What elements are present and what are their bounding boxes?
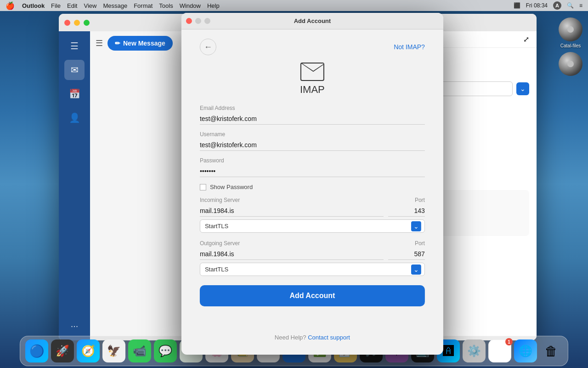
show-password-label: Show Password: [210, 184, 253, 190]
outgoing-select-wrapper: StartTLS SSL None: [200, 263, 425, 276]
modal-overlay: Add Account ← Not IMAP?: [0, 0, 588, 368]
outgoing-port-value[interactable]: 587: [388, 248, 425, 260]
incoming-server-input[interactable]: [200, 205, 384, 217]
desktop: 🍎 Outlook File Edit View Message Format …: [0, 0, 588, 368]
modal-top-row: ← Not IMAP?: [200, 39, 425, 55]
outgoing-server-row: Outgoing Server Port 587: [200, 240, 425, 260]
password-input[interactable]: [200, 166, 425, 177]
show-password-row: Show Password: [200, 184, 425, 190]
email-label: Email Address: [200, 105, 425, 111]
modal-minimize-button[interactable]: [195, 18, 201, 24]
back-button[interactable]: ←: [200, 39, 216, 55]
help-row: Need Help? Contact support: [200, 334, 425, 341]
outgoing-select[interactable]: StartTLS SSL None: [200, 263, 425, 276]
modal-traffic-lights: [186, 18, 210, 24]
imap-label: IMAP: [300, 84, 325, 96]
outgoing-server-field: Outgoing Server: [200, 240, 384, 260]
incoming-server-field: Incoming Server: [200, 197, 384, 217]
not-imap-link[interactable]: Not IMAP?: [394, 43, 425, 51]
incoming-select[interactable]: StartTLS SSL None: [200, 219, 425, 233]
email-input[interactable]: [200, 113, 425, 125]
incoming-port-label: Port: [388, 197, 425, 203]
username-input[interactable]: [200, 139, 425, 151]
contact-support-link[interactable]: Contact support: [308, 334, 350, 341]
outgoing-server-input[interactable]: [200, 248, 384, 260]
modal-body: ← Not IMAP?: [181, 29, 443, 355]
password-label: Password: [200, 157, 425, 164]
outgoing-port-label: Port: [388, 240, 425, 247]
incoming-server-row: Incoming Server Port 143: [200, 197, 425, 217]
incoming-select-wrapper: StartTLS SSL None: [200, 219, 425, 233]
show-password-checkbox[interactable]: [200, 184, 206, 190]
add-account-button[interactable]: Add Account: [200, 285, 425, 306]
add-account-modal: Add Account ← Not IMAP?: [181, 13, 443, 355]
incoming-port-value[interactable]: 143: [388, 205, 425, 217]
outgoing-server-label: Outgoing Server: [200, 240, 384, 247]
imap-header: IMAP: [200, 63, 425, 96]
password-field-group: Password: [200, 157, 425, 177]
modal-maximize-button[interactable]: [204, 18, 210, 24]
outgoing-port-field: Port 587: [388, 240, 425, 260]
modal-titlebar: Add Account: [181, 13, 443, 29]
incoming-port-field: Port 143: [388, 197, 425, 217]
modal-title: Add Account: [294, 17, 331, 24]
help-text: Need Help?: [275, 334, 306, 341]
modal-close-button[interactable]: [186, 18, 192, 24]
username-label: Username: [200, 131, 425, 138]
email-field-group: Email Address: [200, 105, 425, 125]
incoming-server-label: Incoming Server: [200, 197, 384, 203]
username-field-group: Username: [200, 131, 425, 151]
